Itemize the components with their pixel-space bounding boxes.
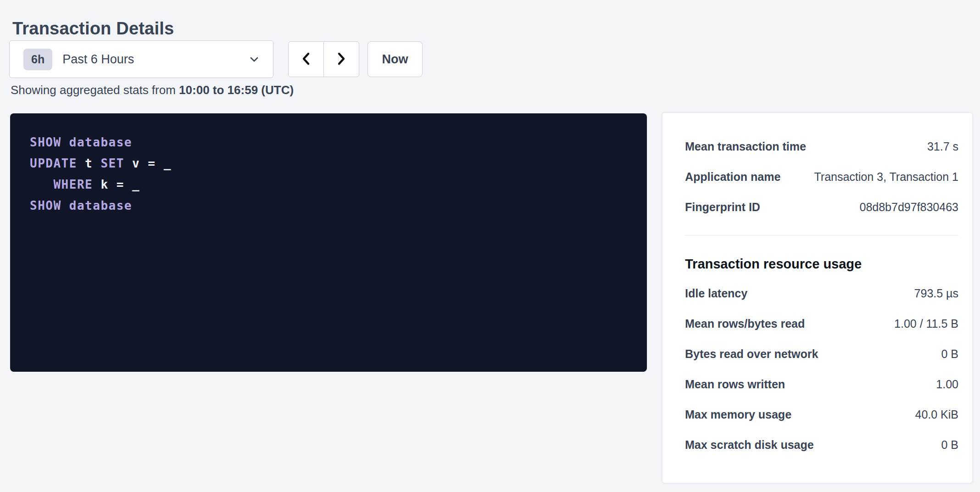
sql-keyword-token: database: [69, 199, 132, 212]
stat-label: Application name: [685, 170, 790, 184]
chevron-down-icon: [248, 53, 260, 65]
previous-time-window-button[interactable]: [288, 41, 324, 77]
sql-keyword-token: SHOW: [30, 199, 61, 212]
stat-label: Idle latency: [685, 287, 757, 300]
sql-plain-token: v = _: [124, 157, 172, 170]
stat-label: Max memory usage: [685, 408, 801, 421]
chevron-right-icon: [335, 51, 348, 67]
sql-keyword-token: SET: [100, 157, 124, 170]
resource-usage-rows: Idle latency793.5 µsMean rows/bytes read…: [685, 278, 958, 460]
sql-keyword-token: WHERE: [53, 178, 93, 191]
stat-row: Fingerprint ID08d8b7d97f830463: [685, 192, 958, 222]
sql-code: SHOW databaseUPDATE t SET v = _ WHERE k …: [30, 132, 629, 216]
next-time-window-button[interactable]: [323, 41, 359, 77]
transaction-summary-card: Mean transaction time31.7 sApplication n…: [662, 112, 973, 483]
main-content: SHOW databaseUPDATE t SET v = _ WHERE k …: [10, 112, 973, 483]
stat-value: Transaction 3, Transaction 1: [814, 170, 958, 184]
sql-code-line: SHOW database: [30, 132, 629, 153]
time-controls: 6h Past 6 Hours: [9, 40, 423, 78]
sql-keyword-token: SHOW: [30, 135, 61, 149]
stat-value: 40.0 KiB: [915, 408, 958, 421]
stat-row: Mean rows written1.00: [685, 369, 958, 399]
sql-code-line: SHOW database: [30, 195, 629, 216]
sql-keyword-token: UPDATE: [30, 157, 77, 170]
time-range-dropdown[interactable]: 6h Past 6 Hours: [9, 40, 273, 78]
sql-plain-token: [61, 135, 69, 149]
sql-code-line: WHERE k = _: [30, 174, 629, 195]
now-button[interactable]: Now: [368, 41, 423, 77]
stat-label: Mean rows written: [685, 378, 794, 391]
stat-label: Max scratch disk usage: [685, 438, 823, 452]
summary-rows: Mean transaction time31.7 sApplication n…: [685, 131, 958, 222]
stat-value: 1.00 / 11.5 B: [894, 317, 958, 330]
chevron-left-icon: [300, 51, 312, 67]
stat-value: 793.5 µs: [914, 287, 958, 300]
time-range-badge: 6h: [23, 49, 52, 70]
stat-row: Application nameTransaction 3, Transacti…: [685, 162, 958, 192]
stat-row: Idle latency793.5 µs: [685, 278, 958, 308]
stat-label: Mean rows/bytes read: [685, 317, 814, 330]
time-pager: [288, 41, 359, 77]
sql-plain-token: k = _: [93, 178, 140, 191]
transaction-details-page: Transaction Details 6h Past 6 Hours: [0, 0, 980, 492]
stat-value: 0 B: [941, 347, 958, 361]
aggregation-range-value: 10:00 to 16:59 (UTC): [179, 83, 294, 97]
stat-row: Mean rows/bytes read1.00 / 11.5 B: [685, 308, 958, 339]
stat-value: 08d8b7d97f830463: [859, 201, 958, 214]
stat-label: Fingerprint ID: [685, 201, 769, 214]
stat-label: Bytes read over network: [685, 347, 827, 361]
page-title: Transaction Details: [12, 19, 174, 39]
stat-row: Bytes read over network0 B: [685, 339, 958, 369]
resource-usage-heading: Transaction resource usage: [685, 257, 958, 272]
aggregation-range-prefix: Showing aggregated stats from: [11, 83, 179, 97]
sql-plain-token: t: [77, 157, 100, 170]
sql-plain-token: [30, 178, 53, 191]
stat-row: Max scratch disk usage0 B: [685, 430, 958, 460]
stat-row: Max memory usage40.0 KiB: [685, 399, 958, 430]
aggregation-range-text: Showing aggregated stats from 10:00 to 1…: [11, 83, 294, 97]
stat-label: Mean transaction time: [685, 140, 815, 153]
stat-value: 1.00: [936, 378, 958, 391]
sql-code-line: UPDATE t SET v = _: [30, 153, 629, 174]
stat-row: Mean transaction time31.7 s: [685, 131, 958, 162]
stat-value: 0 B: [941, 438, 958, 452]
sql-keyword-token: database: [69, 135, 132, 149]
stat-value: 31.7 s: [927, 140, 958, 153]
time-range-label: Past 6 Hours: [62, 52, 134, 67]
card-divider: [685, 235, 958, 235]
sql-statement-box: SHOW databaseUPDATE t SET v = _ WHERE k …: [10, 113, 647, 372]
sql-plain-token: [61, 199, 69, 212]
